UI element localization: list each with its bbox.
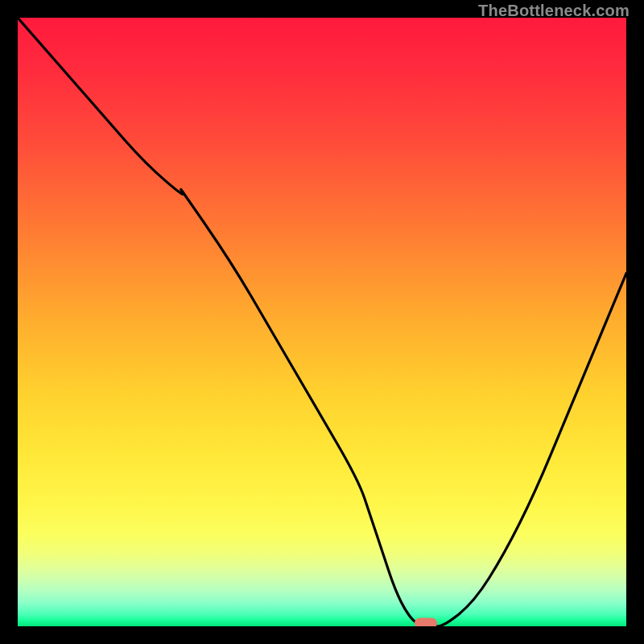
plot-area	[18, 18, 626, 626]
bottleneck-curve	[18, 18, 626, 626]
optimal-marker	[415, 618, 437, 627]
chart-frame: TheBottleneck.com	[0, 0, 644, 644]
